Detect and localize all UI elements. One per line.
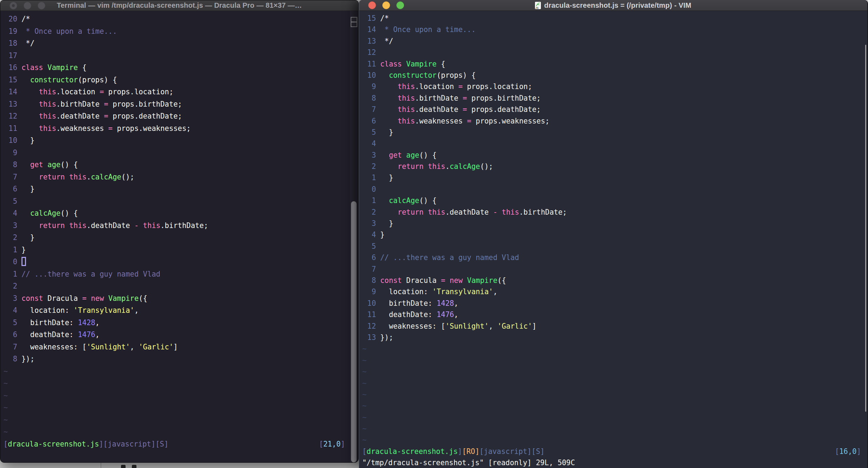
close-button-icon[interactable] [9,2,17,10]
code-segment: calcAge [450,162,480,171]
code-segment: .location [415,82,458,91]
code-segment: [ [4,440,8,448]
code-text: }); [21,353,34,365]
minimize-button-icon[interactable] [24,2,31,10]
code-segment [21,160,30,169]
code-segment [21,100,39,108]
line-number: 4 [359,229,376,240]
code-text: deathDate: 1476, [21,329,100,341]
code-segment: this [397,105,415,114]
terminal-window: Terminal — vim /tmp/dracula-screenshot.j… [0,0,359,463]
code-text: deathDate: 1476, [380,309,458,320]
code-text: weaknesses: ['Sunlight', 'Garlic'] [380,321,536,332]
code-segment: = [82,294,87,303]
code-segment: .weaknesses [415,117,467,125]
code-text: } [21,232,34,244]
macvim-scrollbar-thumb[interactable] [865,45,866,412]
code-text: } [380,229,384,240]
code-text: */ [380,36,393,47]
code-line: 14 this.location = props.location; [0,86,350,98]
zoom-button-icon[interactable] [38,2,45,10]
code-segment: }); [21,355,34,363]
code-line: 6// ...there was a guy named Vlad [359,252,864,263]
code-segment: new [91,294,104,303]
code-segment: class [380,60,402,68]
vim-buffer-right[interactable]: 15/*14 * Once upon a time...13 */1211cla… [359,11,864,468]
code-segment: */ [380,37,393,45]
code-text: // ...there was a guy named Vlad [21,268,160,280]
line-number: 11 [359,58,376,70]
code-segment: calcAge [389,196,419,205]
code-text: return this.deathDate - this.birthDate; [21,220,208,232]
code-text: * Once upon a time... [380,24,476,35]
code-segment: Vampire [47,63,78,72]
code-text: location: 'Transylvania', [21,304,139,317]
line-number: 0 [0,256,17,268]
code-text: return this.calcAge(); [21,171,134,183]
macvim-editor[interactable]: 15/*14 * Once upon a time...13 */1211cla… [359,11,867,468]
vim-command-line: "/tmp/dracula-screenshot.js" [readonly] … [359,457,864,468]
code-segment: .weaknesses [56,124,108,133]
code-segment [463,276,467,285]
code-text: * Once upon a time... [21,25,117,38]
code-segment [380,151,389,159]
terminal-titlebar[interactable]: Terminal — vim /tmp/dracula-screenshot.j… [0,0,358,11]
line-number: 5 [359,241,376,252]
code-segment: weaknesses: [ [380,322,445,330]
vim-command-line [0,450,350,462]
code-line: 10 constructor(props) { [359,70,864,81]
code-segment: weaknesses: [ [21,343,87,351]
terminal-scrollbar[interactable] [350,11,358,462]
macvim-titlebar[interactable]: JS dracula-screenshot.js = (/private/tmp… [359,0,867,11]
code-segment: ] [857,447,861,456]
code-line: 7 weaknesses: ['Sunlight', 'Garlic'] [0,341,350,353]
code-line: 12 [359,47,864,58]
code-text: } [21,244,26,256]
code-segment: } [21,233,34,242]
code-segment: 1476 [78,330,95,339]
vim-buffer-left[interactable]: 20/*19 * Once upon a time...18 */1716cla… [0,11,350,462]
code-segment: 'Transylvania' [432,287,493,296]
terminal-vim-editor[interactable]: 20/*19 * Once upon a time...18 */1716cla… [0,11,358,462]
code-segment: age [406,151,419,159]
code-text: const Dracula = new Vampire({ [380,275,506,286]
code-segment: { [78,63,87,72]
code-segment: } [21,246,26,254]
code-segment [423,208,428,216]
code-text: this.deathDate = props.deathDate; [21,110,182,122]
code-line: 20/* [0,13,350,25]
code-segment: , [95,330,100,339]
empty-line-tilde: ~ [0,414,350,426]
code-text: class Vampire { [21,62,87,74]
code-line: 17 [0,50,350,62]
code-segment: 1428 [78,318,95,327]
code-line: 1 calcAge() { [359,195,864,206]
code-segment: .birthDate [415,94,463,102]
empty-line-tilde: ~ [359,400,864,411]
zoom-button-icon[interactable] [396,1,404,9]
line-number: 10 [359,298,376,309]
code-segment: 'Garlic' [497,322,532,330]
code-segment: = [463,94,467,102]
code-segment: [ [835,447,839,456]
code-text: // ...there was a guy named Vlad [380,252,519,263]
code-segment: const [380,276,402,285]
empty-line-tilde: ~ [359,355,864,366]
code-line: 6 } [0,183,350,195]
code-segment: props.birthDate; [108,100,182,108]
code-line: 12 this.deathDate = props.deathDate; [0,110,350,122]
terminal-scrollbar-thumb[interactable] [351,201,357,462]
code-segment: ({ [139,294,147,303]
line-number: 15 [0,74,17,86]
close-button-icon[interactable] [368,1,376,9]
code-segment [21,173,39,181]
code-segment: (); [121,173,134,181]
code-line: 8 this.birthDate = props.birthDate; [359,93,864,104]
code-segment: .deathDate [445,208,493,216]
minimize-button-icon[interactable] [382,1,390,9]
code-segment: const [21,294,43,303]
line-number: 0 [359,184,376,195]
code-segment: location: [380,287,432,296]
code-segment: , [454,310,458,319]
split-pane-icon[interactable] [351,17,357,27]
